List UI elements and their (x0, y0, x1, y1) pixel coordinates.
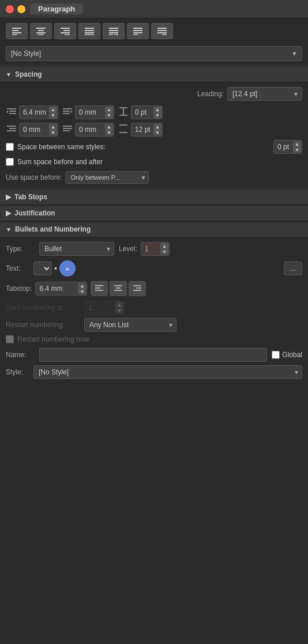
justification-section-header[interactable]: ▶ Justification (0, 205, 308, 221)
justification-arrow-icon: ▶ (6, 209, 11, 217)
indent-right-down[interactable]: ▼ (105, 112, 113, 118)
leading-select-wrapper[interactable]: [12.4 pt]Auto10 pt12 pt14 pt ▼ (227, 87, 302, 101)
bottom-style-select-wrapper[interactable]: [No Style] ▼ (33, 365, 302, 379)
justification-label: Justification (14, 209, 55, 217)
first-indent-down[interactable]: ▼ (49, 130, 57, 135)
align-force-justify-button[interactable] (103, 23, 125, 39)
align-left-button[interactable] (6, 23, 28, 39)
name-row: Name: Global (6, 348, 302, 362)
level-input-wrap[interactable]: ▲ ▼ (141, 242, 170, 256)
space-between-up[interactable]: ▲ (293, 141, 301, 147)
indent-left-down[interactable]: ▼ (49, 112, 57, 118)
restart-numbering-label: Restart numbering: (6, 321, 81, 329)
indent-right-up[interactable]: ▲ (105, 107, 113, 112)
name-input[interactable] (39, 348, 267, 362)
tab-stops-section-header[interactable]: ▶ Tab Stops (0, 189, 308, 205)
align-center-button[interactable] (30, 23, 52, 39)
indent-left-up[interactable]: ▲ (49, 107, 57, 112)
use-space-before-row: Use space before: Only between P... Alwa… (6, 171, 302, 184)
space-after-up[interactable]: ▲ (153, 124, 161, 130)
use-space-before-select[interactable]: Only between P... Always Never (65, 171, 149, 184)
align-last-right-button[interactable] (151, 23, 173, 39)
tabstop-down[interactable]: ▼ (78, 289, 86, 294)
space-before-up[interactable]: ▲ (153, 107, 161, 112)
space-before-group: ▲ ▼ (118, 105, 163, 119)
global-checkbox[interactable] (272, 351, 280, 359)
bullets-section-header[interactable]: ▼ Bullets and Numbering (0, 221, 308, 237)
spacing-content: Leading: [12.4 pt]Auto10 pt12 pt14 pt ▼ … (0, 82, 308, 188)
space-between-input-wrap[interactable]: ▲ ▼ (273, 140, 302, 154)
align-right-button[interactable] (54, 23, 76, 39)
ellipsis-button[interactable]: ... (284, 262, 302, 275)
space-between-down[interactable]: ▼ (293, 147, 301, 153)
space-before-input-wrap[interactable]: ▲ ▼ (131, 105, 163, 119)
first-indent-icon (6, 124, 17, 135)
align-justify-button[interactable] (78, 23, 100, 39)
sum-space-label: Sum space before and after (17, 158, 103, 166)
space-after-input-wrap[interactable]: ▲ ▼ (131, 123, 163, 137)
first-indent-up[interactable]: ▲ (49, 124, 57, 130)
space-before-icon (118, 107, 129, 118)
type-select[interactable]: Bullet Numbered None (39, 242, 114, 256)
window-controls[interactable] (6, 5, 25, 13)
paragraph-style-row: [No Style] ▼ (0, 44, 308, 66)
sum-space-checkbox[interactable] (6, 158, 14, 166)
last-indent-up[interactable]: ▲ (105, 124, 113, 130)
text-dropdown[interactable]: ▼ (33, 262, 52, 275)
tabstop-label: Tabstop: (6, 285, 32, 293)
tab-align-left-button[interactable] (91, 281, 108, 296)
global-check-wrap: Global (272, 351, 302, 359)
last-indent-group: ▲ ▼ (62, 123, 114, 137)
title-bar: Paragraph (0, 0, 308, 18)
minimize-button[interactable] (17, 5, 25, 13)
type-label: Type: (6, 245, 35, 253)
first-indent-input-wrap[interactable]: ▲ ▼ (19, 123, 58, 137)
space-between-label: Space between same styles: (17, 143, 270, 151)
level-group: Level: ▲ ▼ (119, 242, 170, 256)
use-space-before-select-wrap[interactable]: Only between P... Always Never ▼ (65, 171, 149, 184)
style-select-wrapper[interactable]: [No Style] ▼ (6, 46, 302, 61)
restart-select-wrapper[interactable]: Any Non List Never New Section ▼ (84, 318, 176, 332)
alignment-row (0, 18, 308, 44)
level-up[interactable]: ▲ (160, 243, 168, 249)
start-numbering-label: Start numbering at: (6, 304, 81, 312)
spacing-row1: ▲ ▼ ▲ ▼ (6, 105, 302, 119)
space-after-icon (118, 124, 129, 135)
space-between-checkbox[interactable] (6, 143, 14, 151)
tab-align-center-button[interactable] (110, 281, 127, 296)
tab-stops-label: Tab Stops (14, 193, 47, 201)
indent-right-input-wrap[interactable]: ▲ ▼ (75, 105, 114, 119)
level-label: Level: (119, 245, 137, 253)
type-select-wrapper[interactable]: Bullet Numbered None ▼ (39, 242, 114, 256)
paragraph-style-select[interactable]: [No Style] (6, 46, 302, 61)
type-level-row: Type: Bullet Numbered None ▼ Level: ▲ ▼ (6, 242, 302, 256)
level-down[interactable]: ▼ (160, 249, 168, 255)
bullets-arrow-icon: ▼ (6, 226, 12, 233)
spacing-section-header[interactable]: ▼ Spacing (0, 66, 308, 82)
text-controls: ▼ • » (33, 260, 76, 276)
indent-left-input-wrap[interactable]: ▲ ▼ (19, 105, 58, 119)
leading-select[interactable]: [12.4 pt]Auto10 pt12 pt14 pt (227, 87, 302, 101)
restart-now-checkbox[interactable] (6, 335, 14, 343)
last-indent-input-wrap[interactable]: ▲ ▼ (75, 123, 114, 137)
global-label: Global (282, 351, 302, 359)
tabstop-up[interactable]: ▲ (78, 283, 86, 289)
tab-align-right-button[interactable] (129, 281, 146, 296)
space-after-down[interactable]: ▼ (153, 130, 161, 135)
indent-left-group: ▲ ▼ (6, 105, 58, 119)
spacing-row2: ▲ ▼ ▲ ▼ (6, 123, 302, 137)
start-numbering-row: Start numbering at: ▲ ▼ (6, 301, 302, 315)
bottom-style-select[interactable]: [No Style] (33, 365, 302, 379)
space-after-group: ▲ ▼ (118, 123, 163, 137)
last-indent-down[interactable]: ▼ (105, 130, 113, 135)
tab-align-buttons (91, 281, 146, 296)
insert-bullet-button[interactable]: » (59, 260, 76, 276)
svg-marker-32 (7, 111, 9, 113)
indent-right-group: ▲ ▼ (62, 105, 114, 119)
start-num-up: ▲ (115, 302, 123, 308)
tabstop-input-wrap[interactable]: ▲ ▼ (35, 282, 87, 296)
close-button[interactable] (6, 5, 14, 13)
align-last-left-button[interactable] (127, 23, 149, 39)
restart-numbering-select[interactable]: Any Non List Never New Section (84, 318, 176, 332)
space-before-down[interactable]: ▼ (153, 112, 161, 118)
